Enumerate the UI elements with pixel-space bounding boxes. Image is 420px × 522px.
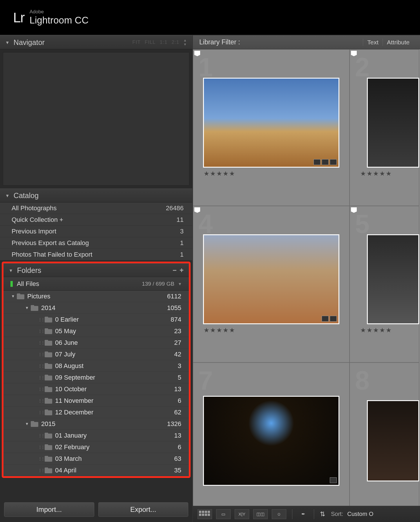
grid-cell[interactable]: 1 ★★★★★ (193, 49, 350, 206)
badge-icon[interactable] (330, 159, 337, 165)
grid-cell[interactable]: 8 (350, 362, 419, 506)
view-survey-button[interactable]: ◫◫ (253, 509, 268, 519)
chevron-down-icon[interactable]: ▼ (24, 422, 30, 426)
badge-icon[interactable] (314, 159, 321, 165)
export-button[interactable]: Export... (98, 502, 189, 517)
folder-row[interactable]: ⋮⋮09 September5 (3, 372, 189, 383)
drag-handle-icon[interactable]: ⋮⋮ (38, 445, 44, 449)
folders-panel-header[interactable]: ▼ Folders − + (3, 263, 189, 277)
sort-value[interactable]: Custom O (347, 511, 373, 517)
drag-handle-icon[interactable]: ⋮⋮ (38, 352, 44, 356)
catalog-item-count: 11 (177, 216, 184, 224)
zoom-fill[interactable]: FILL (145, 39, 156, 45)
drag-handle-icon[interactable]: ⋮⋮ (38, 387, 44, 391)
badge-icon[interactable] (322, 316, 329, 322)
catalog-item[interactable]: All Photographs 26486 (0, 202, 192, 214)
drag-handle-icon[interactable]: ⋮⋮ (38, 434, 44, 438)
folder-icon (45, 317, 53, 322)
folder-count: 6112 (167, 293, 181, 300)
catalog-title: Catalog (14, 191, 39, 200)
catalog-item[interactable]: Quick Collection + 11 (0, 214, 192, 226)
thumbnail[interactable] (203, 396, 339, 486)
drag-handle-icon[interactable]: ⋮⋮ (38, 364, 44, 368)
folder-icon (45, 398, 53, 404)
folder-row[interactable]: ▼20151326 (3, 418, 189, 430)
folder-row[interactable]: ⋮⋮07 July42 (3, 349, 189, 360)
grid-cell[interactable]: 4 ★★★★★ (193, 206, 350, 362)
folder-row[interactable]: ⋮⋮03 March63 (3, 453, 189, 465)
rating-stars[interactable]: ★★★★★ (204, 327, 236, 334)
catalog-item[interactable]: Photos That Failed to Export 1 (0, 249, 192, 260)
thumbnail[interactable] (367, 234, 419, 324)
rating-stars[interactable]: ★★★★★ (360, 170, 392, 177)
badge-icon[interactable] (330, 316, 337, 322)
drag-handle-icon[interactable]: ⋮⋮ (38, 341, 44, 345)
drag-handle-icon[interactable]: ⋮⋮ (38, 457, 44, 461)
drag-handle-icon[interactable]: ⋮⋮ (38, 376, 44, 380)
folder-row[interactable]: ⋮⋮06 June27 (3, 337, 189, 349)
folder-row[interactable]: ▼Pictures6112 (3, 291, 189, 302)
disk-row[interactable]: All Files 139 / 699 GB ▼ (3, 277, 189, 291)
thumbnail[interactable] (203, 78, 339, 168)
thumbnail[interactable] (203, 234, 339, 324)
grid-cell[interactable]: 7 (193, 362, 350, 506)
filter-attribute[interactable]: Attribute (383, 39, 414, 46)
thumbnail[interactable] (367, 400, 419, 481)
thumbnail[interactable] (367, 78, 419, 168)
drag-handle-icon[interactable]: ⋮⋮ (38, 318, 44, 322)
zoom-fit[interactable]: FIT (132, 39, 141, 45)
folder-row[interactable]: ▼20141055 (3, 302, 189, 314)
zoom-2to1[interactable]: 2:1 (171, 39, 179, 45)
catalog-item[interactable]: Previous Import 3 (0, 226, 192, 237)
painter-icon[interactable]: ✒ (298, 509, 308, 519)
catalog-item-count: 26486 (166, 204, 184, 212)
rating-stars[interactable]: ★★★★★ (204, 170, 236, 177)
rating-stars[interactable]: ★★★★★ (360, 327, 392, 334)
view-grid-button[interactable] (198, 509, 212, 519)
folder-count: 63 (174, 455, 181, 463)
catalog-item-count: 1 (180, 251, 184, 258)
folder-row[interactable]: ⋮⋮05 May23 (3, 325, 189, 337)
folder-name: 01 January (55, 432, 87, 439)
view-compare-button[interactable]: X|Y (235, 509, 249, 519)
folder-row[interactable]: ⋮⋮08 August3 (3, 360, 189, 372)
badge-icon[interactable] (322, 159, 329, 165)
drag-handle-icon[interactable]: ⋮⋮ (38, 468, 44, 472)
folder-row[interactable]: ⋮⋮04 April35 (3, 465, 189, 476)
catalog-item-label: Previous Export as Catalog (12, 239, 89, 247)
badge-icon[interactable] (330, 477, 337, 483)
drag-handle-icon[interactable]: ⋮⋮ (38, 329, 44, 333)
folder-row[interactable]: ⋮⋮11 November6 (3, 395, 189, 407)
view-people-button[interactable]: ☺ (272, 509, 286, 519)
sort-az-icon[interactable]: ⇅ (320, 510, 325, 518)
folder-remove-button[interactable]: − (173, 266, 177, 274)
chevron-down-icon[interactable]: ▼ (24, 306, 30, 310)
folder-row[interactable]: ⋮⋮02 February6 (3, 441, 189, 453)
catalog-item[interactable]: Previous Export as Catalog 1 (0, 237, 192, 249)
zoom-stepper-icon[interactable]: ▲▼ (183, 38, 187, 46)
navigator-panel-header[interactable]: ▼ Navigator FIT FILL 1:1 2:1 ▲▼ (0, 35, 192, 49)
folder-icon (45, 467, 53, 473)
folder-row[interactable]: ⋮⋮10 October13 (3, 383, 189, 395)
catalog-item-label: Previous Import (12, 228, 56, 235)
chevron-down-icon[interactable]: ▼ (178, 282, 182, 286)
folder-name: 08 August (55, 362, 84, 370)
view-loupe-button[interactable]: ▭ (216, 509, 231, 519)
grid-cell[interactable]: 2 ★★★★★ (350, 49, 419, 206)
folder-icon (45, 386, 53, 392)
drag-handle-icon[interactable]: ⋮⋮ (38, 399, 44, 403)
folders-panel-highlight: ▼ Folders − + All Files 139 / 699 GB ▼ ▼… (2, 262, 191, 478)
chevron-down-icon[interactable]: ▼ (10, 294, 16, 298)
grid-cell[interactable]: 5 ★★★★★ (350, 206, 419, 362)
zoom-1to1[interactable]: 1:1 (160, 39, 168, 45)
content-area: Library Filter : Text Attribute 1 ★★★★★ (192, 35, 420, 522)
import-button[interactable]: Import... (4, 502, 94, 517)
folder-add-button[interactable]: + (180, 266, 184, 274)
folder-count: 62 (174, 409, 181, 416)
filter-text[interactable]: Text (363, 39, 383, 46)
drag-handle-icon[interactable]: ⋮⋮ (38, 410, 44, 414)
folder-row[interactable]: ⋮⋮01 January13 (3, 430, 189, 441)
folder-row[interactable]: ⋮⋮12 December62 (3, 407, 189, 418)
folder-row[interactable]: ⋮⋮0 Earlier874 (3, 314, 189, 325)
catalog-panel-header[interactable]: ▼ Catalog (0, 188, 192, 202)
